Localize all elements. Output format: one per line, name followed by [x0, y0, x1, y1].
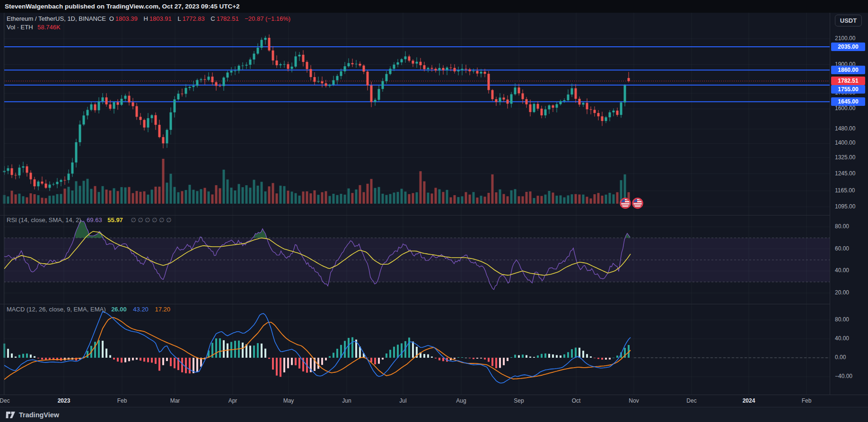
- time-tick-2023[interactable]: 2023: [58, 397, 70, 404]
- macd-tick-40: 40.00: [835, 335, 849, 342]
- ohlc-open-value: 1803.39: [115, 15, 138, 22]
- macd-tick-80: 80.00: [835, 316, 849, 323]
- time-tick-Jul[interactable]: Jul: [399, 397, 406, 404]
- us-flag-icon[interactable]: [621, 198, 631, 208]
- time-tick-Dec[interactable]: Dec: [686, 397, 696, 404]
- bottom-bar: TradingView: [0, 407, 868, 422]
- ohlc-low-label: L: [177, 15, 181, 22]
- macd-tick-0: 0.00: [835, 354, 846, 361]
- rsi-tick-60: 60.00: [835, 245, 849, 252]
- volume-legend[interactable]: Vol · ETH 58.746K: [7, 24, 61, 31]
- rsi-tick-20: 20.00: [835, 289, 849, 296]
- us-flag-icon[interactable]: [633, 198, 643, 208]
- level-badge-1860[interactable]: 1860.00: [831, 66, 865, 74]
- time-tick-2024[interactable]: 2024: [743, 397, 755, 404]
- time-tick-Sep[interactable]: Sep: [514, 397, 524, 404]
- rsi-legend[interactable]: RSI (14, close, SMA, 14, 2) 69.63 55.97 …: [7, 216, 172, 224]
- price-tick-1095: 1095.00: [835, 203, 855, 210]
- candles: [3, 34, 630, 191]
- macd-hist-value: 26.00: [111, 306, 127, 313]
- macd-label[interactable]: MACD (12, 26, close, 9, EMA, EMA): [7, 306, 106, 313]
- ohlc-change: −20.87 (−1.16%): [245, 15, 290, 22]
- rsi-ma-value: 55.97: [107, 216, 123, 224]
- price-tick-1600: 1600.00: [835, 105, 855, 112]
- rsi-panel: [4, 221, 830, 290]
- time-tick-Apr[interactable]: Apr: [228, 397, 237, 404]
- volume-bars: [3, 159, 630, 204]
- time-tick-Nov[interactable]: Nov: [629, 397, 639, 404]
- tradingview-screenshot: StevenWalgenbach published on TradingVie…: [0, 0, 868, 422]
- time-tick-Feb[interactable]: Feb: [802, 397, 812, 404]
- time-tick-May[interactable]: May: [283, 397, 294, 404]
- macd-panel: [3, 311, 830, 383]
- level-badge-2035[interactable]: 2035.00: [831, 43, 865, 51]
- ohlc-high-value: 1803.91: [149, 15, 172, 22]
- time-axis[interactable]: Dec2023FebMarAprMayJunJulAugSepOctNovDec…: [0, 395, 868, 407]
- price-axis[interactable]: 2100.001900.001700.001600.001480.001400.…: [830, 13, 868, 395]
- macd-line-value: 43.20: [133, 306, 149, 313]
- ohlc-close-value: 1782.51: [217, 15, 239, 22]
- time-tick-Jun[interactable]: Jun: [342, 397, 351, 404]
- symbol-legend[interactable]: Ethereum / TetherUS, 1D, BINANCE O1803.3…: [7, 15, 292, 22]
- price-tick-1325: 1325.00: [835, 154, 855, 161]
- rsi-label[interactable]: RSI (14, close, SMA, 14, 2): [7, 216, 81, 224]
- level-badge-1755[interactable]: 1755.00: [831, 85, 865, 94]
- last-price-badge[interactable]: 1782.51: [831, 77, 865, 85]
- publish-bar: StevenWalgenbach published on TradingVie…: [0, 0, 868, 13]
- macd-signal-value: 17.20: [155, 306, 170, 313]
- time-tick-Dec[interactable]: Dec: [0, 397, 10, 404]
- macd-legend[interactable]: MACD (12, 26, close, 9, EMA, EMA) 26.00 …: [7, 306, 170, 313]
- price-tick-2100: 2100.00: [835, 35, 855, 42]
- rsi-value: 69.63: [87, 216, 102, 224]
- volume-label: Vol · ETH: [7, 24, 33, 31]
- time-tick-Aug[interactable]: Aug: [456, 397, 466, 404]
- price-tick-1400: 1400.00: [835, 139, 855, 146]
- chart-canvas[interactable]: [0, 13, 830, 395]
- price-tick-1480: 1480.00: [835, 125, 855, 132]
- price-tick-1245: 1245.00: [835, 170, 855, 177]
- time-tick-Mar[interactable]: Mar: [170, 397, 180, 404]
- rsi-empty-values: ∅ ∅ ∅ ∅ ∅ ∅: [131, 216, 171, 224]
- ohlc-high-label: H: [143, 15, 148, 22]
- time-tick-Oct[interactable]: Oct: [572, 397, 581, 404]
- level-badge-1645[interactable]: 1645.00: [831, 97, 865, 106]
- rsi-tick-40: 40.00: [835, 267, 849, 274]
- price-tick-1165: 1165.00: [835, 187, 855, 194]
- symbol-title[interactable]: Ethereum / TetherUS, 1D, BINANCE: [7, 15, 106, 22]
- tradingview-logo-icon[interactable]: [6, 411, 16, 419]
- time-tick-Feb[interactable]: Feb: [117, 397, 127, 404]
- ohlc-open-label: O: [109, 15, 114, 22]
- ohlc-close-label: C: [210, 15, 215, 22]
- rsi-tick-80: 80.00: [835, 223, 849, 230]
- publish-text: StevenWalgenbach published on TradingVie…: [5, 3, 240, 10]
- volume-value: 58.746K: [37, 24, 60, 31]
- ohlc-low-value: 1772.83: [183, 15, 205, 22]
- currency-toggle-button[interactable]: USDT: [835, 15, 862, 26]
- tradingview-watermark[interactable]: TradingView: [19, 411, 59, 419]
- macd-tick--40: −40.00: [835, 373, 852, 379]
- support-resistance-lines: [4, 47, 830, 102]
